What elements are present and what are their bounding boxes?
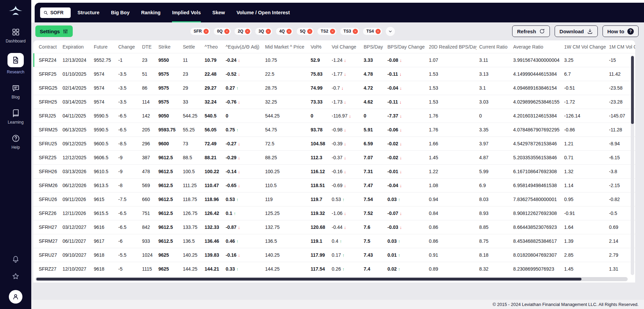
column-header-mid[interactable]: Mid Market ^ Price [262, 40, 308, 53]
cell-vol: 73.33 [308, 95, 329, 109]
cell-cur_ratio: 8.75 [476, 234, 510, 248]
table-scroll-area[interactable]: ContractExpirationFutureChangeDTEStrikeS… [33, 40, 635, 276]
column-header-expiration[interactable]: Expiration [60, 40, 91, 53]
cell-cur_ratio: 8.32 [476, 262, 510, 276]
cell-contract: SFRM27 [33, 234, 60, 248]
horizontal-scrollbar-thumb[interactable] [36, 278, 581, 280]
sidebar-item-blog[interactable]: Blog [0, 84, 31, 99]
cell-strike: 9575 [156, 81, 180, 95]
remove-filter-icon[interactable] [224, 29, 229, 34]
expand-filters-button[interactable] [386, 27, 395, 36]
filter-chip-label: 0Q [217, 29, 223, 34]
remove-filter-icon[interactable] [286, 29, 292, 34]
table-row-sfrz25[interactable]: SFRZ2512/12/20259606.5-93879612.588.588.… [33, 151, 635, 165]
down-arrow-icon: ↓ [238, 141, 240, 146]
column-header-realized[interactable]: 20D Realized BPS/Day [426, 40, 476, 53]
cell-bps: 7.07 [361, 151, 385, 165]
remove-filter-icon[interactable] [266, 29, 271, 34]
settings-button[interactable]: Settings [35, 25, 73, 37]
table-row-sfrf25[interactable]: SFRF2501/10/20259574-3.55195752322.48-0.… [33, 67, 635, 81]
cell-equiv: -0.52↓ [223, 67, 262, 81]
table-row-sfru26[interactable]: SFRU2609/11/20269615-7.56609612.5118.751… [33, 193, 635, 206]
column-header-wk_cm[interactable]: 1W CM Vol Change [561, 40, 606, 53]
column-header-mo_cm[interactable]: 1M CM Vol Change [606, 40, 635, 53]
cell-equiv: -0.65↓ [223, 179, 262, 193]
table-row-sfrm27[interactable]: SFRM2706/11/20279617-69339612.5136.5136.… [33, 234, 635, 248]
how-to-button[interactable]: How to ? [603, 25, 639, 37]
column-header-cur_ratio[interactable]: Current Ratio [476, 40, 510, 53]
column-header-theo[interactable]: ^Theo [202, 40, 223, 53]
column-header-dte[interactable]: DTE [139, 40, 156, 53]
tab-implied-vols[interactable]: Implied Vols [172, 3, 201, 22]
table-row-sfrz24[interactable]: SFRZ2412/13/20249552.75-12395501110.79-0… [33, 53, 635, 67]
cell-vol_chg: -0.16↓ [329, 165, 361, 179]
brand-whale-logo-icon[interactable] [7, 5, 24, 16]
cell-vol: 117.54 [308, 262, 329, 276]
vertical-scrollbar[interactable] [631, 55, 634, 275]
cell-future: 9610.5 [91, 165, 116, 179]
user-avatar[interactable] [9, 290, 22, 304]
notifications-bell-icon[interactable] [12, 255, 20, 263]
cell-theo: 10.79 [202, 53, 223, 67]
column-header-avg_ratio[interactable]: Average Ratio [510, 40, 561, 53]
down-arrow-icon: ↓ [238, 99, 240, 105]
tab-big-boy[interactable]: Big Boy [111, 3, 129, 22]
horizontal-scrollbar[interactable] [35, 277, 628, 281]
refresh-button[interactable]: Refresh [512, 25, 550, 37]
column-header-vol_chg[interactable]: Vol Change [329, 40, 361, 53]
up-arrow-icon: ↑ [342, 253, 345, 258]
column-header-bps[interactable]: BPS/Day [361, 40, 385, 53]
cell-dte: 114 [139, 95, 156, 109]
up-arrow-icon: ↑ [233, 211, 236, 216]
column-header-contract[interactable]: Contract [33, 40, 60, 53]
tab-skew[interactable]: Skew [212, 3, 225, 22]
table-row-sfrj25[interactable]: SFRJ2504/11/20259590.5-6.51429050544.255… [33, 109, 635, 123]
cell-vol_chg: -0.98↓ [329, 123, 361, 137]
tab-volume-open-interest[interactable]: Volume / Open Interest [237, 3, 290, 22]
cell-settle: 88.5 [180, 151, 202, 165]
column-header-future[interactable]: Future [91, 40, 116, 53]
column-header-bps_chg[interactable]: BPS/Day Change [385, 40, 426, 53]
table-row-sfrm26[interactable]: SFRM2606/12/20269613.5-85699612.5111.251… [33, 179, 635, 193]
table-row-sfrh25[interactable]: SFRH2503/14/20259574-3.511495753332.24-0… [33, 95, 635, 109]
download-button[interactable]: Download [555, 25, 598, 37]
vertical-scrollbar-thumb[interactable] [631, 56, 634, 124]
search-box[interactable] [40, 7, 71, 18]
sidebar-item-learning[interactable]: Learning [0, 109, 31, 125]
cell-wk_cm: 1.21 [561, 137, 606, 151]
table-row-sfrh26[interactable]: SFRH2603/13/20269610.5-94789612.5100.510… [33, 165, 635, 179]
table-row-sfru25[interactable]: SFRU2509/12/20259600.5-8.529696007372.49… [33, 137, 635, 151]
remove-filter-icon[interactable] [353, 29, 358, 34]
filter-chip-label: SFR [194, 29, 202, 34]
cell-wk_cm: 1.45 [561, 262, 606, 276]
table-row-sfrh27[interactable]: SFRH2703/12/20279616-6.58429612.5133.751… [33, 220, 635, 234]
down-arrow-icon: ↓ [400, 141, 402, 146]
column-header-vol[interactable]: Vol% [308, 40, 329, 53]
table-row-sfrz26[interactable]: SFRZ2612/11/20269615.5-6.57519612.5126.7… [33, 206, 635, 220]
remove-filter-icon[interactable] [307, 29, 312, 34]
sidebar-item-research[interactable]: Research [0, 53, 31, 74]
column-header-equiv[interactable]: ^Equiv(Δ/Θ Adj) [223, 40, 262, 53]
column-header-settle[interactable]: Settle [180, 40, 202, 53]
table-row-sfrg25[interactable]: SFRG2502/14/20259574-3.58695752929.270.2… [33, 81, 635, 95]
tab-structure[interactable]: Structure [77, 3, 99, 22]
search-input[interactable] [50, 10, 68, 15]
cell-cur_ratio: 3.13 [476, 67, 510, 81]
tab-ranking[interactable]: Ranking [141, 3, 160, 22]
remove-filter-icon[interactable] [245, 29, 250, 34]
cell-change: -5.5 [116, 248, 139, 262]
column-header-strike[interactable]: Strike [156, 40, 180, 53]
favorites-star-icon[interactable] [12, 272, 20, 280]
table-row-sfru27[interactable]: SFRU2709/10/20279618-5.510249625140.2513… [33, 248, 635, 262]
table-row-sfrm25[interactable]: SFRM2506/13/20259590.5-6.52059593.7555.2… [33, 123, 635, 137]
sidebar-item-help[interactable]: Help [0, 134, 31, 150]
cell-theo: 29.27 [202, 81, 223, 95]
remove-filter-icon[interactable] [330, 29, 335, 34]
remove-filter-icon[interactable] [204, 29, 209, 34]
cell-strike: 9550 [156, 53, 180, 67]
remove-filter-icon[interactable] [376, 29, 381, 34]
column-header-change[interactable]: Change [116, 40, 139, 53]
chevron-down-icon [388, 29, 393, 34]
sidebar-item-dashboard[interactable]: Dashboard [0, 28, 31, 43]
table-row-sfrz27[interactable]: SFRZ2712/10/20279618-511159625144.25144.… [33, 262, 635, 276]
